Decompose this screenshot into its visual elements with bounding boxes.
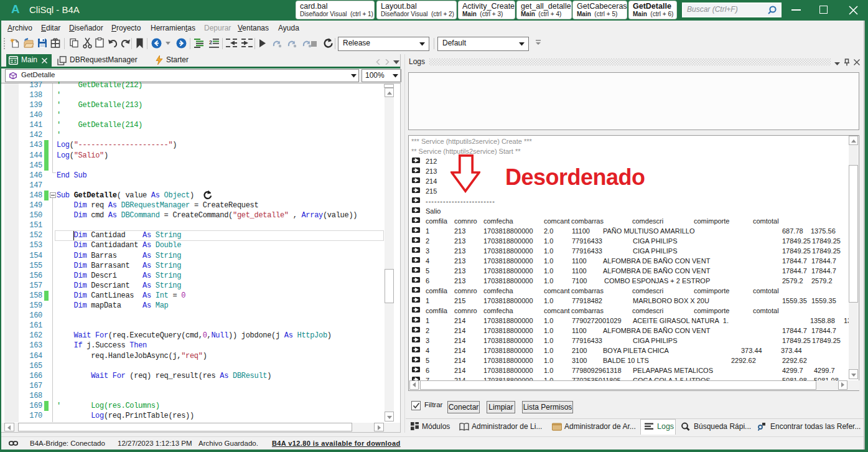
svg-text:2: 2 xyxy=(209,39,212,45)
